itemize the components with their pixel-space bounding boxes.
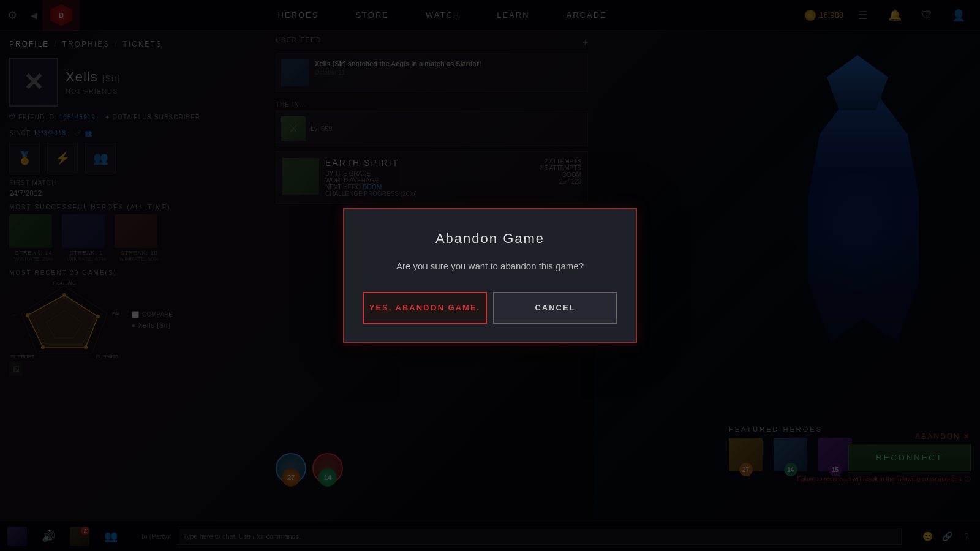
modal-title: Abandon Game — [363, 231, 617, 247]
modal-buttons: YES, ABANDON GAME. CANCEL — [363, 292, 617, 324]
cancel-button[interactable]: CANCEL — [493, 292, 617, 324]
abandon-confirm-button[interactable]: YES, ABANDON GAME. — [363, 292, 487, 324]
modal-message: Are you sure you want to abandon this ga… — [363, 259, 617, 274]
modal-overlay: Abandon Game Are you sure you want to ab… — [0, 0, 980, 551]
modal-dialog: Abandon Game Are you sure you want to ab… — [343, 208, 637, 343]
